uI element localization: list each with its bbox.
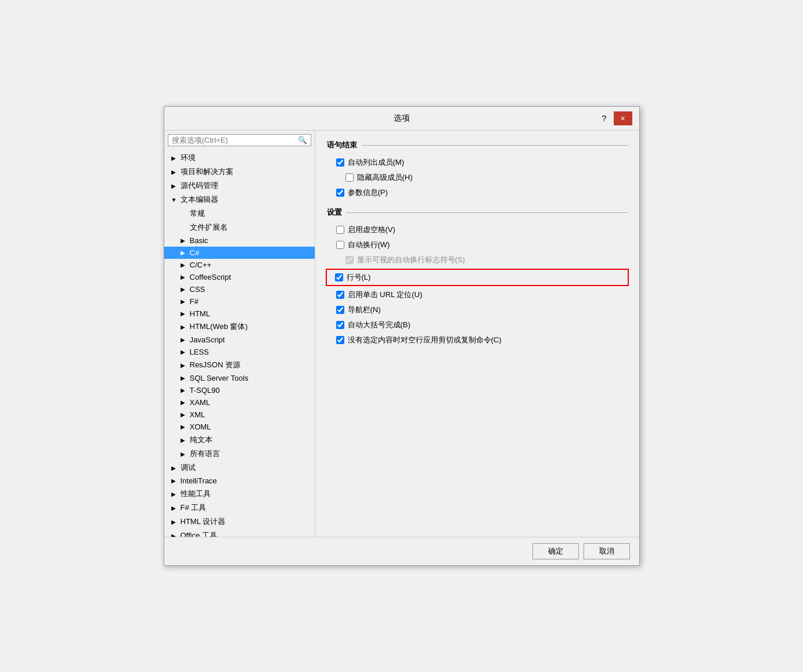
- hide-advanced-label[interactable]: 隐藏高级成员(H): [357, 172, 413, 183]
- auto-brace-checkbox[interactable]: [336, 321, 344, 329]
- tree-item-project[interactable]: ▶项目和解决方案: [164, 165, 315, 179]
- tree-item-perf[interactable]: ▶性能工具: [164, 487, 315, 501]
- tree-arrow-project: ▶: [171, 169, 178, 175]
- tree-label-csharp: C#: [190, 248, 200, 257]
- tree-item-coffeescript[interactable]: ▶CoffeeScript: [164, 271, 315, 283]
- tree-arrow-text-editor: ▼: [171, 197, 178, 203]
- help-button[interactable]: ?: [597, 111, 611, 125]
- auto-brace-label[interactable]: 自动大括号完成(B): [348, 320, 410, 330]
- tree-container[interactable]: ▶环境▶项目和解决方案▶源代码管理▼文本编辑器常规文件扩展名▶Basic▶C#▶…: [164, 150, 315, 537]
- search-input[interactable]: [172, 136, 298, 144]
- auto-list-label[interactable]: 自动列出成员(M): [348, 157, 405, 168]
- tree-item-tsql90[interactable]: ▶T-SQL90: [164, 384, 315, 396]
- tree-arrow-source: ▶: [171, 183, 178, 189]
- param-info-checkbox[interactable]: [336, 189, 344, 197]
- tree-label-less: LESS: [190, 348, 209, 356]
- tree-label-env: 环境: [181, 153, 196, 163]
- apply-cut-checkbox[interactable]: [336, 336, 344, 344]
- footer: 确定 取消: [164, 537, 639, 565]
- tree-arrow-coffeescript: ▶: [181, 274, 188, 280]
- tree-label-general: 常规: [190, 208, 205, 219]
- tree-item-debug[interactable]: ▶调试: [164, 461, 315, 475]
- search-box[interactable]: 🔍: [168, 134, 311, 146]
- tree-arrow-office-tools: ▶: [171, 533, 178, 537]
- tree-item-sql-server-tools[interactable]: ▶SQL Server Tools: [164, 372, 315, 384]
- tree-item-general[interactable]: 常规: [164, 207, 315, 221]
- ok-button[interactable]: 确定: [532, 543, 579, 559]
- tree-item-basic[interactable]: ▶Basic: [164, 234, 315, 247]
- cancel-button[interactable]: 取消: [584, 543, 630, 559]
- section-settings: 设置: [327, 207, 628, 218]
- tree-label-fsharp: F#: [190, 297, 199, 306]
- tree-item-html-web[interactable]: ▶HTML(Web 窗体): [164, 320, 315, 334]
- virtual-space-label[interactable]: 启用虚空格(V): [348, 225, 395, 235]
- close-button[interactable]: ×: [614, 111, 632, 125]
- search-icon: 🔍: [298, 136, 307, 144]
- tree-arrow-tsql90: ▶: [181, 387, 188, 393]
- tree-item-fsharp[interactable]: ▶F#: [164, 295, 315, 308]
- show-wrap-glyph-checkbox[interactable]: [345, 256, 354, 264]
- virtual-space-checkbox[interactable]: [336, 226, 344, 234]
- tree-item-cpp[interactable]: ▶C/C++: [164, 259, 315, 271]
- click-url-checkbox[interactable]: [336, 291, 344, 299]
- word-wrap-checkbox[interactable]: [336, 241, 344, 249]
- line-numbers-checkbox[interactable]: [335, 273, 343, 281]
- option-virtual-space: 启用虚空格(V): [327, 222, 628, 237]
- tree-label-project: 项目和解决方案: [181, 167, 233, 177]
- tree-arrow-xml: ▶: [181, 411, 188, 418]
- tree-item-all-langs[interactable]: ▶所有语言: [164, 447, 315, 461]
- tree-arrow-intellitrace: ▶: [171, 478, 178, 484]
- tree-arrow-cpp: ▶: [181, 262, 188, 268]
- tree-arrow-html-web: ▶: [181, 324, 188, 330]
- param-info-label[interactable]: 参数信息(P): [348, 187, 388, 198]
- tree-label-ext: 文件扩展名: [190, 222, 228, 233]
- hide-advanced-checkbox[interactable]: [345, 174, 354, 182]
- title-bar: 选项 ? ×: [164, 107, 639, 131]
- tree-item-xoml[interactable]: ▶XOML: [164, 421, 315, 433]
- tree-item-resjson[interactable]: ▶ResJSON 资源: [164, 358, 315, 372]
- apply-cut-label[interactable]: 没有选定内容时对空行应用剪切或复制命令(C): [348, 335, 502, 345]
- show-wrap-glyph-label[interactable]: 显示可视的自动换行标志符号(S): [357, 255, 465, 265]
- tree-item-xml[interactable]: ▶XML: [164, 409, 315, 421]
- tree-item-less[interactable]: ▶LESS: [164, 346, 315, 358]
- tree-item-javascript[interactable]: ▶JavaScript: [164, 334, 315, 346]
- tree-label-fsharp-tools: F# 工具: [181, 503, 207, 513]
- word-wrap-label[interactable]: 自动换行(W): [348, 240, 390, 250]
- tree-arrow-basic: ▶: [181, 237, 188, 244]
- tree-item-css[interactable]: ▶CSS: [164, 283, 315, 295]
- tree-label-cpp: C/C++: [190, 261, 212, 269]
- tree-arrow-html: ▶: [181, 310, 188, 317]
- option-auto-list: 自动列出成员(M): [327, 155, 628, 170]
- tree-item-office-tools[interactable]: ▶Office 工具: [164, 529, 315, 537]
- nav-bar-checkbox[interactable]: [336, 306, 344, 314]
- option-hide-advanced: 隐藏高级成员(H): [327, 170, 628, 185]
- tree-item-csharp[interactable]: ▶C#: [164, 247, 315, 259]
- nav-bar-label[interactable]: 导航栏(N): [348, 305, 381, 315]
- tree-item-plaintext[interactable]: ▶纯文本: [164, 433, 315, 447]
- tree-label-tsql90: T-SQL90: [190, 386, 220, 395]
- title-bar-controls: ? ×: [597, 111, 632, 125]
- tree-item-xaml[interactable]: ▶XAML: [164, 396, 315, 409]
- auto-list-checkbox[interactable]: [336, 158, 344, 167]
- tree-item-intellitrace[interactable]: ▶IntelliTrace: [164, 475, 315, 487]
- tree-label-all-langs: 所有语言: [190, 449, 220, 459]
- tree-arrow-debug: ▶: [171, 465, 178, 471]
- tree-label-basic: Basic: [190, 236, 208, 245]
- tree-item-fsharp-tools[interactable]: ▶F# 工具: [164, 501, 315, 515]
- tree-item-env[interactable]: ▶环境: [164, 151, 315, 165]
- option-apply-cut: 没有选定内容时对空行应用剪切或复制命令(C): [327, 333, 628, 348]
- tree-arrow-resjson: ▶: [181, 362, 188, 368]
- line-numbers-label[interactable]: 行号(L): [347, 272, 371, 283]
- tree-item-ext[interactable]: 文件扩展名: [164, 221, 315, 234]
- tree-arrow-less: ▶: [181, 349, 188, 355]
- tree-arrow-xoml: ▶: [181, 424, 188, 430]
- tree-arrow-html-designer: ▶: [171, 519, 178, 525]
- tree-item-text-editor[interactable]: ▼文本编辑器: [164, 193, 315, 207]
- tree-label-xaml: XAML: [190, 398, 210, 407]
- tree-item-source[interactable]: ▶源代码管理: [164, 179, 315, 193]
- tree-item-html[interactable]: ▶HTML: [164, 308, 315, 320]
- tree-label-office-tools: Office 工具: [181, 530, 217, 537]
- option-param-info: 参数信息(P): [327, 185, 628, 200]
- tree-item-html-designer[interactable]: ▶HTML 设计器: [164, 515, 315, 529]
- click-url-label[interactable]: 启用单击 URL 定位(U): [348, 290, 423, 300]
